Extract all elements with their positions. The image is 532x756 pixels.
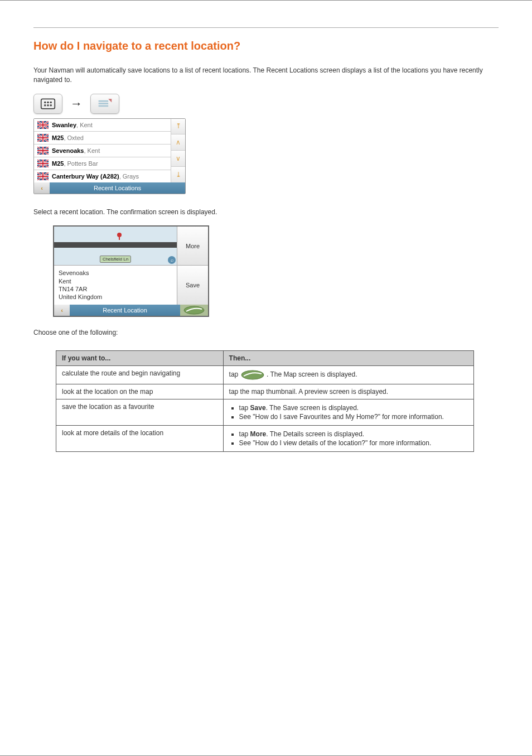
- svg-point-5: [47, 104, 49, 106]
- recent-locations-button[interactable]: [90, 94, 119, 114]
- step-select-text: Select a recent location. The confirmati…: [33, 208, 499, 217]
- svg-rect-19: [37, 137, 49, 138]
- svg-point-35: [117, 233, 122, 237]
- map-pin-icon: [115, 232, 123, 240]
- scroll-column: ⤒ ∧ ∨ ⤓: [171, 119, 185, 182]
- save-button[interactable]: Save: [177, 265, 208, 304]
- screen-title: Recent Locations: [50, 185, 185, 191]
- step-choose-text: Choose one of the following:: [33, 328, 499, 338]
- scroll-down-button[interactable]: ∨: [171, 150, 185, 166]
- map-road-label: Chelsfield Ln: [100, 256, 131, 263]
- zoom-icon[interactable]: ⌕: [168, 256, 176, 264]
- go-icon: [183, 305, 205, 315]
- page-heading: How do I navigate to a recent location?: [33, 40, 499, 52]
- table-row: save the location as a favourite tap Sav…: [56, 399, 474, 426]
- table-row: calculate the route and begin navigating…: [56, 366, 474, 384]
- go-button[interactable]: [180, 305, 208, 316]
- map-thumbnail[interactable]: Chelsfield Ln ⌕: [54, 227, 177, 266]
- svg-rect-14: [37, 124, 49, 126]
- svg-point-3: [50, 101, 52, 103]
- title-bar: ‹ Recent Locations: [34, 182, 185, 194]
- uk-flag-icon: [37, 134, 49, 142]
- svg-point-2: [47, 101, 49, 103]
- uk-flag-icon: [37, 172, 49, 180]
- address-block: Sevenoaks Kent TN14 7AR United Kingdom: [54, 266, 177, 304]
- confirm-screen: Chelsfield Ln ⌕ Sevenoaks Kent TN14 7AR …: [53, 225, 209, 316]
- recent-locations-screen: Swanley, Kent M25, Oxted Sevenoaks, Kent…: [33, 118, 186, 194]
- list-item[interactable]: M25, Potters Bar: [34, 157, 171, 170]
- scroll-up-button[interactable]: ∧: [171, 134, 185, 150]
- options-table: If you want to... Then... calculate the …: [56, 350, 474, 452]
- svg-rect-8: [99, 103, 109, 104]
- list-item[interactable]: Swanley, Kent: [34, 119, 171, 131]
- svg-point-6: [50, 104, 52, 106]
- scroll-bottom-button[interactable]: ⤓: [171, 166, 185, 182]
- svg-point-1: [44, 101, 46, 103]
- recent-locations-icon: [97, 97, 113, 110]
- arrow-right-icon: →: [70, 97, 83, 111]
- main-menu-button[interactable]: [33, 94, 62, 114]
- svg-point-4: [44, 104, 46, 106]
- more-button[interactable]: More: [177, 227, 208, 265]
- list-item[interactable]: Sevenoaks, Kent: [34, 144, 171, 157]
- list-item[interactable]: M25, Oxted: [34, 131, 171, 144]
- intro-text: Your Navman will automatically save loca…: [33, 66, 499, 85]
- go-icon: [240, 369, 265, 381]
- breadcrumb: →: [33, 94, 499, 114]
- list-item[interactable]: Canterbury Way (A282), Grays: [34, 170, 171, 182]
- locations-list: Swanley, Kent M25, Oxted Sevenoaks, Kent…: [34, 119, 171, 182]
- table-header: Then...: [223, 351, 473, 366]
- main-menu-icon: [40, 97, 56, 110]
- uk-flag-icon: [37, 147, 49, 155]
- back-button[interactable]: ‹: [54, 305, 70, 316]
- svg-rect-29: [37, 163, 49, 164]
- svg-rect-9: [99, 105, 109, 107]
- uk-flag-icon: [37, 121, 49, 129]
- scroll-top-button[interactable]: ⤒: [171, 119, 185, 134]
- uk-flag-icon: [37, 160, 49, 167]
- table-row: look at more details of the location tap…: [56, 426, 474, 452]
- screen-title: Recent Location: [70, 307, 180, 314]
- table-row: look at the location on the map tap the …: [56, 384, 474, 399]
- svg-rect-34: [37, 176, 49, 177]
- svg-rect-0: [41, 99, 55, 109]
- svg-point-36: [184, 306, 204, 314]
- back-button[interactable]: ‹: [34, 182, 50, 194]
- svg-rect-7: [99, 100, 109, 102]
- table-header: If you want to...: [56, 351, 224, 366]
- svg-rect-24: [37, 150, 49, 151]
